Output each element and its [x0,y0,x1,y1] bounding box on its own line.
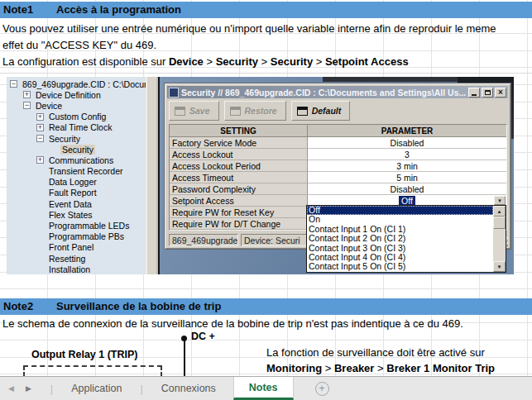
setpoint-access-dropdown-button[interactable]: ▼ [494,196,506,205]
tree-item-security[interactable]: −Security [7,133,146,144]
dropdown-option-contact-input-4-on-ci-4[interactable]: Contact Input 4 On (CI 4) [307,253,493,262]
tree-item-label: Fault Report [47,188,98,198]
row-divider [0,73,532,74]
previous-sheet-icon[interactable]: ◀ [8,384,14,393]
scroll-up-button[interactable]: ▲ [493,206,506,217]
note1-body-text: Vous pouvez utiliser une entrée numériqu… [2,21,512,53]
add-sheet-button[interactable]: + [315,382,329,396]
path-segment-monitoring: Monitoring [266,362,322,374]
default-icon [297,107,308,116]
security-window-title: Security // 869_469upgrade.CID : C:\Docu… [181,88,467,98]
scrollbar-thumb[interactable] [493,217,506,229]
dropdown-option-off[interactable]: Off [307,206,493,215]
tree-item-device[interactable]: −Device [7,100,146,111]
default-button[interactable]: Default [291,101,351,121]
save-button[interactable]: Save [169,101,219,121]
tree-expander-minus-icon[interactable]: − [36,135,44,142]
minimize-button[interactable] [468,88,480,98]
column-header-parameter: PARAMETER [308,125,506,137]
dropdown-option-contact-input-5-on-ci-5[interactable]: Contact Input 5 On (CI 5) [307,262,493,271]
maximize-icon [485,90,491,95]
dc-plus-label: DC + [191,331,215,342]
parameter-value-access-timeout[interactable]: 5 min [308,172,506,183]
tree-item-label: Resetting [47,254,87,264]
tree-item-installation[interactable]: Installation [7,264,146,274]
next-sheet-icon[interactable]: ▶ [26,384,31,393]
tree-item-transient-recorder[interactable]: Transient Recorder [7,166,146,177]
dropdown-scrollbar[interactable]: ▲ ▼ [493,206,506,272]
restore-button[interactable]: Restore [224,101,286,121]
tree-expander-minus-icon[interactable]: − [23,102,31,109]
parameter-text: 5 min [396,173,418,183]
add-sheet-wrap: + [315,377,329,400]
setting-name: Setpoint Access [170,195,308,207]
tree-item-label: Real Time Clock [47,122,113,132]
security-window-titlebar[interactable]: Security // 869_469upgrade.CID : C:\Docu… [167,86,508,98]
tree-item-label: Installation [47,264,92,274]
sheet-tab-bar: ◀ ▶ |Application|ConnexionsNotes + [0,376,532,400]
path-segment-security: Security [216,55,258,68]
output-relay-label: Output Relay 1 (TRIP) [31,349,137,360]
tree-item-label: Transient Recorder [47,166,124,176]
tree-expander-plus-icon[interactable]: + [36,124,44,131]
scroll-down-button[interactable]: ▼ [493,261,506,272]
tree-item-fault-report[interactable]: Fault Report [7,188,146,198]
dropdown-option-contact-input-2-on-ci-2[interactable]: Contact Input 2 On (CI 2) [307,234,493,243]
toolbar-button-label: Save [189,106,210,116]
parameter-value-password-complexity[interactable]: Disabled [308,183,506,195]
tree-item-custom-config[interactable]: +Custom Config [7,112,146,122]
tree-item-programmable-leds[interactable]: Programmable LEDs [7,220,146,231]
tree-expander-plus-icon[interactable]: + [23,91,31,98]
panel-splitter[interactable] [146,77,160,274]
dropdown-option-contact-input-3-on-ci-3[interactable]: Contact Input 3 On (CI 3) [307,244,493,253]
note2-header: Note2 Surveillance de la bobine de trip [0,298,532,315]
sheet-tabs: |Application|ConnexionsNotes [50,377,294,400]
setting-name: Access Timeout [170,172,308,183]
table-row: Password ComplexityDisabled [170,183,506,195]
minimize-icon [472,94,477,96]
tree-item-device-definition[interactable]: +Device Definition [7,89,146,100]
tree-item-label: Communications [47,155,115,165]
tree-item-event-data[interactable]: Event Data [7,198,146,209]
dropdown-option-on[interactable]: On [307,215,493,224]
path-segment-setpoint-access: Setpoint Access [325,55,409,68]
tree-expander-minus-icon[interactable]: − [10,80,17,88]
embedded-screenshot: −869_469upgrade.CID : C:\Documen+Device … [7,77,514,274]
tree-item-869-469upgrade-cid-c-documen[interactable]: −869_469upgrade.CID : C:\Documen [7,79,146,89]
tree-expander-plus-icon[interactable]: + [36,156,44,164]
monitoring-note-line1: La fonction de surveillance doit être ac… [266,346,485,359]
parameter-value-factory-service-mode[interactable]: Disabled [308,137,506,149]
tree-item-front-panel[interactable]: Front Panel [7,242,146,253]
toolbar-button-label: Default [312,106,342,116]
tree-item-resetting[interactable]: Resetting [7,253,146,264]
maximize-button[interactable] [482,88,493,98]
tree-item-label: Device Definition [34,90,103,100]
parameter-text: 3 min [396,161,418,171]
notes-sheet: Note1 Accès à la programation Vous pouve… [0,0,532,400]
tree-item-flex-states[interactable]: Flex States [7,209,146,220]
tab-notes[interactable]: Notes [233,377,294,400]
tree-item-communications[interactable]: +Communications [7,155,146,165]
close-button[interactable]: × [495,88,506,98]
security-toolbar: SaveRestoreDefault [169,101,350,121]
dropdown-option-contact-input-1-on-ci-1[interactable]: Contact Input 1 On (CI 1) [307,225,493,234]
tree-expander-plus-icon[interactable]: + [36,113,44,121]
parameter-value-access-lockout[interactable]: 3 [308,149,506,160]
tree-item-real-time-clock[interactable]: +Real Time Clock [7,122,146,133]
setting-name: Password Complexity [170,183,308,195]
setting-name: Require PW for D/T Change [170,218,308,230]
parameter-value-access-lockout-period[interactable]: 3 min [308,160,506,172]
tab-application[interactable]: Application [54,377,139,400]
tab-connexions[interactable]: Connexions [144,377,233,400]
setting-name: Access Lockout Period [170,160,308,172]
note1-header: Note1 Accès à la programation [0,2,532,18]
tree-item-label: Device [34,101,64,111]
tree-item-data-logger[interactable]: Data Logger [7,177,146,188]
tree-item-security[interactable]: Security [7,144,146,155]
note1-config-line: La configuration est disponible sur Devi… [2,55,409,68]
setting-name: Factory Service Mode [170,137,308,149]
tree-item-label: Front Panel [47,242,95,252]
dropdown-options: OffOnContact Input 1 On (CI 1)Contact In… [307,206,506,272]
tree-item-programmable-pbs[interactable]: Programmable PBs [7,231,146,242]
close-icon: × [498,88,503,97]
